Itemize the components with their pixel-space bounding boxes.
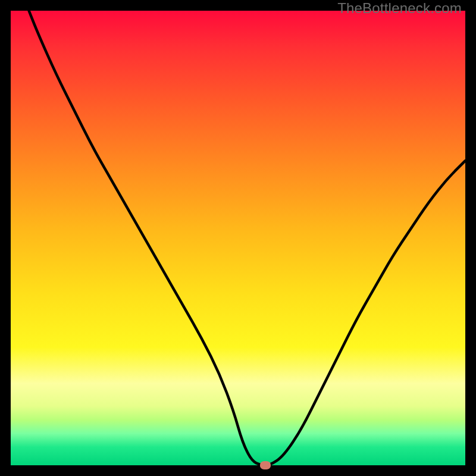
optimal-point-marker: [260, 461, 271, 469]
bottleneck-curve: [11, 11, 465, 465]
chart-frame: [11, 11, 465, 465]
watermark-text: TheBottleneck.com: [337, 0, 462, 17]
